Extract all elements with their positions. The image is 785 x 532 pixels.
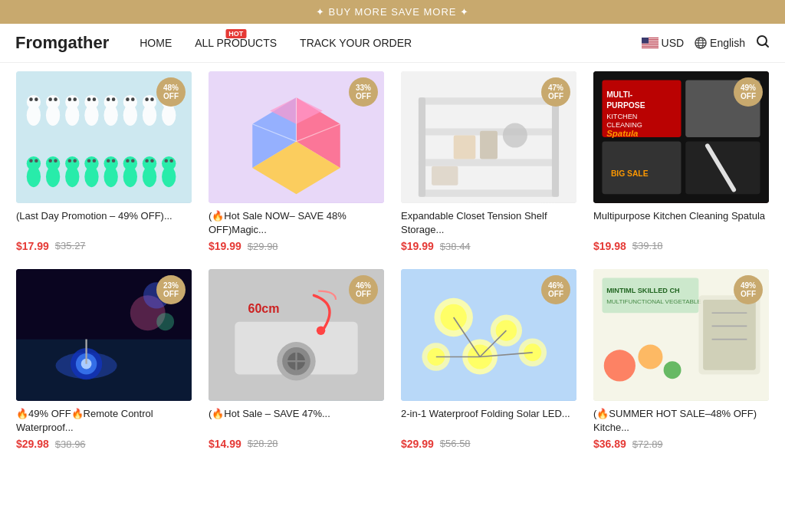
svg-text:Spatula: Spatula: [606, 129, 639, 138]
svg-point-49: [27, 156, 41, 170]
svg-point-78: [165, 159, 169, 163]
svg-point-37: [123, 95, 137, 109]
svg-point-35: [112, 97, 116, 101]
svg-point-43: [150, 97, 154, 101]
product-card-2[interactable]: 33% OFF (🔥Hot Sale NOW– SAVE 48% OFF)Mag…: [200, 63, 392, 261]
svg-point-41: [143, 95, 156, 109]
search-button[interactable]: [756, 34, 770, 52]
svg-text:MINTIML SKILLED CH: MINTIML SKILLED CH: [606, 287, 679, 294]
discount-badge: 47% OFF: [541, 77, 570, 107]
svg-point-62: [87, 159, 91, 163]
svg-point-22: [48, 97, 52, 101]
original-price: $38.44: [440, 241, 471, 252]
sale-price: $29.99: [401, 438, 434, 450]
discount-badge: 46% OFF: [541, 275, 570, 304]
product-image-wrap: 46% OFF: [401, 269, 576, 401]
svg-point-34: [107, 97, 110, 101]
svg-point-70: [126, 159, 130, 163]
logo[interactable]: Fromgather: [15, 33, 109, 53]
svg-rect-89: [419, 97, 559, 104]
products-section: 48% OFF (Last Day Promotion – 49% OFF)..…: [0, 63, 785, 458]
svg-point-42: [145, 97, 149, 101]
product-card-8[interactable]: MINTIML SKILLED CH MULTIFUNCTIONAL VEGET…: [585, 261, 777, 458]
svg-point-65: [104, 156, 118, 170]
sale-price: $14.99: [209, 438, 241, 450]
product-title: Expandable Closet Tension Shelf Storage.…: [401, 209, 576, 237]
product-image-wrap: MULTI- PURPOSE KITCHEN CLEANING Spatula …: [593, 71, 769, 203]
svg-point-66: [107, 159, 110, 163]
product-card-5[interactable]: 23% OFF 🔥49% OFF🔥Remote Control Waterpro…: [8, 261, 200, 458]
svg-point-129: [317, 327, 325, 335]
product-card-4[interactable]: MULTI- PURPOSE KITCHEN CLEANING Spatula …: [585, 63, 777, 261]
svg-rect-94: [552, 97, 559, 196]
product-image-wrap: 60cm 46% OFF: [209, 269, 384, 401]
sale-price: $29.98: [16, 438, 49, 450]
svg-point-57: [65, 156, 79, 170]
product-image-wrap: 47% OFF: [401, 71, 576, 203]
svg-point-73: [143, 156, 156, 170]
product-title: 🔥49% OFF🔥Remote Control Waterproof...: [16, 407, 192, 435]
globe-icon: [695, 37, 707, 49]
svg-point-97: [503, 123, 527, 148]
product-image-wrap: MINTIML SKILLED CH MULTIFUNCTIONAL VEGET…: [593, 269, 769, 401]
product-card-1[interactable]: 48% OFF (Last Day Promotion – 49% OFF)..…: [8, 63, 200, 261]
svg-rect-96: [480, 131, 498, 159]
svg-point-79: [169, 159, 173, 163]
svg-point-54: [48, 159, 52, 163]
search-icon: [756, 34, 770, 48]
sale-price: $36.89: [593, 438, 626, 450]
svg-point-26: [68, 97, 72, 101]
product-title: (🔥SUMMER HOT SALE–48% OFF) Kitche...: [593, 407, 769, 435]
svg-point-58: [68, 159, 72, 163]
original-price: $72.89: [632, 438, 663, 450]
svg-point-120: [156, 313, 174, 330]
svg-text:60cm: 60cm: [248, 301, 280, 315]
svg-point-25: [65, 95, 79, 109]
original-price: $35.27: [55, 240, 86, 251]
product-card-3[interactable]: 47% OFF Expandable Closet Tension Shelf …: [392, 63, 585, 261]
original-price: $38.96: [55, 438, 86, 450]
hot-badge: HOT: [225, 29, 246, 38]
discount-badge: 46% OFF: [349, 275, 378, 304]
svg-point-55: [54, 159, 57, 163]
svg-point-151: [664, 361, 682, 379]
us-flag-icon: [642, 38, 659, 48]
svg-rect-146: [602, 278, 698, 314]
svg-point-51: [34, 159, 38, 163]
svg-rect-4: [642, 44, 659, 44]
sale-price: $17.99: [16, 240, 49, 252]
svg-point-61: [84, 156, 98, 170]
nav-track-order[interactable]: TRACK YOUR ORDER: [300, 37, 412, 49]
original-price: $39.18: [632, 240, 663, 251]
svg-point-149: [604, 350, 636, 381]
product-card-6[interactable]: 60cm 46% OFF (🔥Hot Sale – SAVE 47%... $1…: [200, 261, 392, 458]
svg-point-53: [46, 156, 60, 170]
svg-point-69: [123, 156, 137, 170]
svg-rect-92: [419, 190, 559, 197]
svg-point-19: [34, 97, 38, 101]
sale-price: $19.99: [401, 240, 434, 252]
product-prices: $14.99 $28.28: [209, 438, 384, 450]
original-price: $29.98: [248, 241, 278, 252]
product-card-7[interactable]: 46% OFF 2-in-1 Waterproof Folding Solar …: [392, 261, 585, 458]
svg-rect-98: [432, 166, 458, 186]
svg-text:BIG SALE: BIG SALE: [611, 169, 649, 178]
svg-rect-107: [602, 142, 681, 195]
products-grid: 48% OFF (Last Day Promotion – 49% OFF)..…: [0, 63, 785, 458]
product-image-wrap: 33% OFF: [209, 71, 384, 203]
nav-all-products[interactable]: HOT ALL PRODUCTS: [195, 37, 277, 49]
product-image-wrap: 48% OFF: [16, 71, 192, 203]
sale-price: $19.98: [593, 240, 626, 252]
product-prices: $19.99 $38.44: [401, 240, 576, 252]
top-banner: ✦ BUY MORE SAVE MORE ✦: [0, 0, 785, 24]
product-image-wrap: 23% OFF: [16, 269, 192, 401]
header-right: USD English: [642, 34, 770, 52]
discount-badge: 49% OFF: [734, 77, 763, 107]
discount-badge: 23% OFF: [156, 275, 186, 304]
nav-home[interactable]: HOME: [140, 37, 172, 49]
product-prices: $17.99 $35.27: [16, 240, 192, 252]
svg-rect-93: [419, 97, 425, 196]
language-selector[interactable]: English: [695, 37, 745, 49]
currency-selector[interactable]: USD: [642, 37, 685, 49]
original-price: $28.28: [248, 438, 278, 449]
